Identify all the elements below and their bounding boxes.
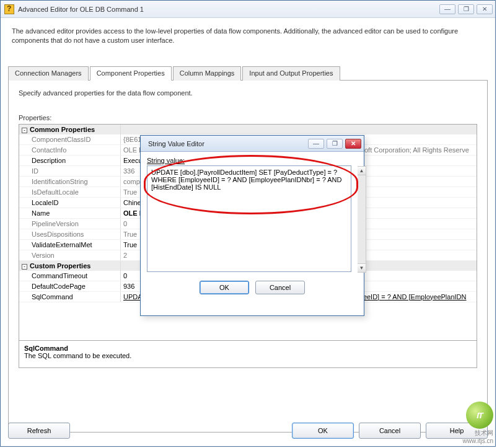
modal-title: String Value Editor — [148, 140, 205, 147]
property-desc-title: SqlCommand — [24, 345, 472, 352]
tab-input-output-properties[interactable]: Input and Output Properties — [242, 66, 340, 81]
collapse-icon[interactable]: - — [22, 128, 27, 133]
watermark-url: www.itjs.cn — [463, 437, 493, 444]
minimize-button[interactable]: — — [439, 4, 455, 14]
property-desc-text: The SQL command to be executed. — [24, 352, 472, 359]
cancel-button[interactable]: Cancel — [359, 423, 421, 439]
category-label: Common Properties — [30, 126, 95, 133]
refresh-button[interactable]: Refresh — [8, 423, 70, 439]
watermark: IT 技术网 www.itjs.cn — [463, 402, 493, 444]
ok-button[interactable]: OK — [292, 423, 354, 439]
page-instruction: Specify advanced properties for the data… — [19, 89, 477, 97]
app-icon — [4, 4, 14, 14]
property-description-panel: SqlCommand The SQL command to be execute… — [19, 341, 477, 368]
watermark-logo-icon: IT — [466, 402, 493, 429]
category-label: Custom Properties — [30, 262, 90, 270]
titlebar: Advanced Editor for OLE DB Command 1 — ❐… — [1, 1, 495, 18]
watermark-tag: 技术网 — [475, 429, 493, 436]
window-title: Advanced Editor for OLE DB Command 1 — [18, 6, 144, 13]
close-button[interactable]: ✕ — [477, 4, 493, 14]
modal-ok-button[interactable]: OK — [200, 281, 249, 294]
tab-component-properties[interactable]: Component Properties — [90, 66, 172, 81]
scroll-up-icon[interactable]: ▲ — [358, 167, 366, 175]
modal-titlebar: String Value Editor — ❐ ✕ — [141, 136, 364, 152]
tab-connection-managers[interactable]: Connection Managers — [8, 66, 89, 81]
scroll-down-icon[interactable]: ▼ — [358, 263, 366, 272]
editor-description: The advanced editor provides access to t… — [1, 18, 495, 55]
string-value-editor-dialog: String Value Editor — ❐ ✕ String value: … — [140, 135, 364, 316]
tab-column-mappings[interactable]: Column Mappings — [173, 66, 242, 81]
scrollbar[interactable]: ▲ ▼ — [358, 166, 366, 273]
dialog-button-row: Refresh OK Cancel Help — [8, 423, 488, 439]
modal-cancel-button[interactable]: Cancel — [255, 281, 305, 294]
modal-maximize-button[interactable]: ❐ — [327, 139, 343, 149]
category-common[interactable]: -Common Properties — [19, 125, 477, 134]
modal-minimize-button[interactable]: — — [308, 139, 324, 149]
properties-label: Properties: — [19, 114, 477, 121]
tabstrip: Connection Managers Component Properties… — [8, 66, 488, 81]
maximize-button[interactable]: ❐ — [458, 4, 474, 14]
string-value-label: String value: — [147, 157, 358, 164]
collapse-icon[interactable]: - — [22, 264, 27, 270]
modal-close-button[interactable]: ✕ — [345, 139, 361, 149]
string-value-textarea[interactable] — [147, 165, 351, 272]
